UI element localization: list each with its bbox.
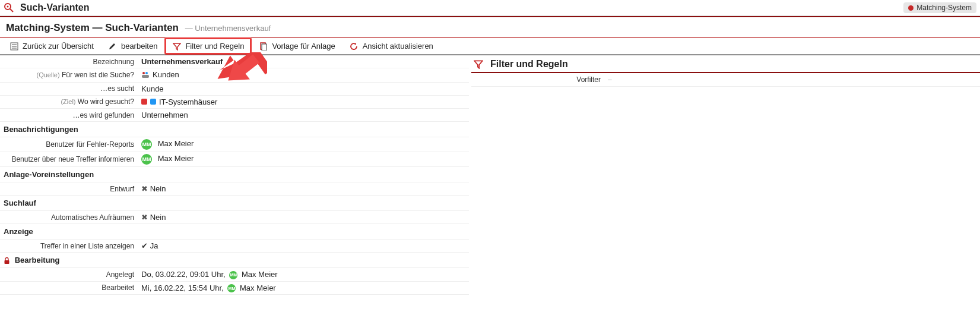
template-label: Vorlage für Anlage <box>272 42 335 51</box>
breadcrumb-part1: Matching-System <box>6 22 90 33</box>
row-fehler-reports: Benutzer für Fehler-Reports MM Max Meier <box>0 137 469 152</box>
main-content: Bezeichnung Unternehmensverkauf (Quelle)… <box>0 55 980 295</box>
edit-button[interactable]: bearbeiten <box>101 38 164 54</box>
toolbar: Zurück zur Übersicht bearbeiten Filter u… <box>0 37 980 55</box>
row-angelegt: Angelegt Do, 03.02.22, 09:01 Uhr, MM Max… <box>0 268 469 282</box>
row-bezeichnung: Bezeichnung Unternehmensverkauf <box>0 55 469 68</box>
label-bezeichnung: Bezeichnung <box>0 55 138 68</box>
avatar: MM <box>141 154 152 165</box>
page-title: Such-Varianten <box>20 2 89 13</box>
value-liste: ✔ Ja <box>138 240 469 253</box>
funnel-icon <box>172 42 181 51</box>
details-column: Bezeichnung Unternehmensverkauf (Quelle)… <box>0 55 469 295</box>
label-gefunden: …es wird gefunden <box>0 109 138 122</box>
dot-icon <box>908 5 914 11</box>
avatar: MM <box>229 271 237 279</box>
label-auto: Automatisches Aufräumen <box>0 211 138 224</box>
lock-icon <box>4 256 12 264</box>
people-icon <box>141 71 150 78</box>
svg-rect-12 <box>5 260 9 264</box>
breadcrumb: Matching-System — Such-Varianten — Unter… <box>0 17 980 37</box>
template-icon <box>259 42 268 51</box>
filter-panel: Filter und Regeln Vorfilter – <box>469 55 980 87</box>
value-treffer: MM Max Meier <box>138 152 469 167</box>
x-circle-icon: ✖ <box>141 213 148 222</box>
value-bezeichnung: Unternehmensverkauf <box>138 55 469 68</box>
label-treffer: Benutzer über neue Treffer informieren <box>0 152 138 167</box>
row-ziel: (Ziel) Wo wird gesucht? IT-Systemhäuser <box>0 95 469 109</box>
filter-rules-button[interactable]: Filter und Regeln <box>164 37 252 55</box>
svg-point-10 <box>145 72 148 74</box>
row-vorfilter: Vorfilter – <box>471 73 980 87</box>
label-fehler: Benutzer für Fehler-Reports <box>0 137 138 152</box>
section-suchlauf: Suchlauf <box>0 196 469 211</box>
value-quelle: Kunden <box>138 68 469 83</box>
magnifier-target-icon <box>4 2 14 13</box>
value-fehler: MM Max Meier <box>138 137 469 152</box>
topbar: Such-Varianten Matching-System <box>0 0 980 16</box>
value-sucht: Kunde <box>138 82 469 95</box>
value-entwurf: ✖ Nein <box>138 182 469 196</box>
section-bearbeitung: Bearbeitung <box>0 253 469 268</box>
avatar: MM <box>141 139 152 150</box>
row-bearbeitet: Bearbeitet Mi, 16.02.22, 15:54 Uhr, MM M… <box>0 281 469 295</box>
back-button[interactable]: Zurück zur Übersicht <box>2 38 101 54</box>
row-auto: Automatisches Aufräumen ✖ Nein <box>0 211 469 224</box>
svg-rect-8 <box>262 44 267 51</box>
refresh-icon <box>350 42 359 51</box>
matching-system-badge[interactable]: Matching-System <box>903 2 976 13</box>
label-quelle: (Quelle) Für wen ist die Suche? <box>0 68 138 83</box>
label-sucht: …es sucht <box>0 82 138 95</box>
label-vorfilter: Vorfilter <box>475 75 608 84</box>
breadcrumb-part2: Such-Varianten <box>105 22 179 33</box>
label-angelegt: Angelegt <box>0 268 138 282</box>
filter-label: Filter und Regeln <box>185 42 244 51</box>
svg-point-2 <box>7 6 9 8</box>
x-circle-icon: ✖ <box>141 184 148 193</box>
value-auto: ✖ Nein <box>138 211 469 224</box>
back-label: Zurück zur Übersicht <box>23 42 94 51</box>
value-ziel: IT-Systemhäuser <box>138 95 469 109</box>
section-anzeige: Anzeige <box>0 224 469 240</box>
breadcrumb-sep: — <box>92 22 102 33</box>
label-liste: Treffer in einer Liste anzeigen <box>0 240 138 253</box>
value-bearbeitet: Mi, 16.02.22, 15:54 Uhr, MM Max Meier <box>138 281 469 295</box>
row-gefunden: …es wird gefunden Unternehmen <box>0 109 469 122</box>
filter-panel-title: Filter und Regeln <box>490 59 568 70</box>
funnel-icon <box>474 59 483 69</box>
details-table: Bezeichnung Unternehmensverkauf (Quelle)… <box>0 55 469 295</box>
section-anlage: Anlage-Voreinstellungen <box>0 167 469 182</box>
svg-line-1 <box>10 9 13 12</box>
label-ziel: (Ziel) Wo wird gesucht? <box>0 95 138 109</box>
building-icon <box>150 99 156 105</box>
label-entwurf: Entwurf <box>0 182 138 196</box>
check-circle-icon: ✔ <box>141 241 148 250</box>
value-gefunden: Unternehmen <box>138 109 469 122</box>
svg-point-9 <box>142 72 145 74</box>
row-liste: Treffer in einer Liste anzeigen ✔ Ja <box>0 240 469 253</box>
filter-panel-header: Filter und Regeln <box>471 55 980 73</box>
list-icon <box>9 42 18 51</box>
avatar: MM <box>227 284 236 292</box>
template-button[interactable]: Vorlage für Anlage <box>252 38 342 54</box>
row-sucht: …es sucht Kunde <box>0 82 469 95</box>
building-icon <box>141 99 147 105</box>
refresh-label: Ansicht aktualisieren <box>363 42 433 51</box>
svg-rect-11 <box>142 75 149 78</box>
refresh-button[interactable]: Ansicht aktualisieren <box>342 38 440 54</box>
value-vorfilter: – <box>608 75 612 84</box>
breadcrumb-sub: — Unternehmensverkauf <box>185 24 271 33</box>
badge-label: Matching-System <box>916 4 972 12</box>
row-entwurf: Entwurf ✖ Nein <box>0 182 469 196</box>
value-angelegt: Do, 03.02.22, 09:01 Uhr, MM Max Meier <box>138 268 469 282</box>
row-quelle: (Quelle) Für wen ist die Suche? Kunden <box>0 68 469 83</box>
pencil-icon <box>108 42 117 51</box>
row-treffer-inform: Benutzer über neue Treffer informieren M… <box>0 152 469 167</box>
edit-label: bearbeiten <box>121 42 157 51</box>
label-bearbeitet: Bearbeitet <box>0 281 138 295</box>
section-benachrichtigungen: Benachrichtigungen <box>0 122 469 137</box>
